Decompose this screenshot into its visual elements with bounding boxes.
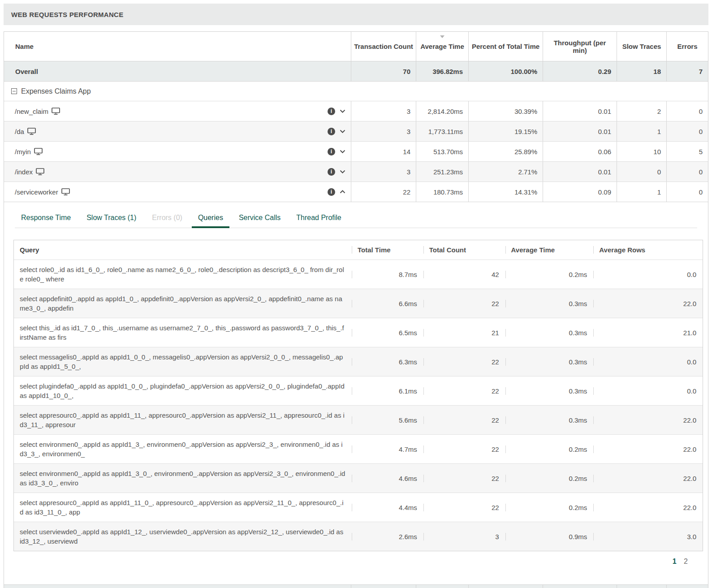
overall-summary-row: Overall 70 396.82ms 100.00% 0.29 18 7	[4, 61, 708, 81]
query-row[interactable]: select plugindefa0_.appId as appId1_0_0_…	[14, 376, 703, 405]
info-icon[interactable]: i	[328, 108, 335, 115]
tab-service-calls[interactable]: Service Calls	[233, 214, 287, 228]
cell-average-time: 251.23ms	[416, 162, 468, 182]
query-total-count: 22	[423, 475, 505, 482]
query-total-count: 22	[423, 300, 505, 307]
query-average-time: 0.3ms	[505, 416, 594, 424]
cell-transaction-count: 3	[351, 101, 416, 121]
queries-header-row: Query Total Time Total Count Average Tim…	[14, 240, 703, 259]
cell-errors: 0	[666, 101, 708, 121]
overall-slow-traces: 18	[617, 61, 666, 81]
query-total-count: 22	[423, 416, 505, 424]
cell-percent-of-total-time: 19.15%	[468, 121, 543, 141]
column-header-errors[interactable]: Errors	[666, 32, 708, 61]
cell-slow-traces: 1	[617, 182, 666, 202]
query-row[interactable]: select userviewde0_.appId as appId1_12_,…	[14, 522, 703, 551]
query-average-rows: 21.0	[593, 329, 703, 337]
cell-average-time: 2,814.20ms	[416, 101, 468, 121]
query-sql: select plugindefa0_.appId as appId1_0_0_…	[20, 381, 345, 400]
tab-queries[interactable]: Queries	[192, 214, 229, 228]
query-sql: select userviewde0_.appId as appId1_12_,…	[20, 527, 345, 546]
partial-next-row	[4, 584, 708, 588]
column-header-query: Query	[14, 246, 352, 254]
query-average-rows: 22.0	[593, 445, 703, 453]
query-average-time: 0.2ms	[505, 445, 594, 453]
app-group-row[interactable]: Expenses Claims App	[4, 81, 708, 101]
table-row[interactable]: /index i 3 251.23ms 2.71% 0.01 0 0	[4, 161, 708, 182]
query-sql: select role0_.id as id1_6_0_, role0_.nam…	[20, 265, 345, 284]
query-average-time: 0.2ms	[505, 475, 594, 482]
page-number-2[interactable]: 2	[684, 558, 688, 565]
tab-errors[interactable]: Errors (0)	[146, 214, 189, 228]
web-requests-table: Name Transaction Count Average Time Perc…	[4, 31, 708, 588]
cell-throughput: 0.01	[543, 162, 617, 182]
query-total-time: 6.3ms	[352, 358, 423, 366]
query-row[interactable]: select environmen0_.appId as appId1_3_0_…	[14, 463, 703, 493]
column-header-total-time: Total Time	[352, 246, 423, 254]
column-header-transaction-count[interactable]: Transaction Count	[351, 32, 416, 61]
query-row[interactable]: select environmen0_.appId as appId1_3_, …	[14, 434, 703, 463]
query-total-time: 4.6ms	[352, 475, 423, 482]
query-average-time: 0.3ms	[505, 329, 594, 337]
query-row[interactable]: select messagelis0_.appId as appId1_0_0_…	[14, 347, 703, 376]
endpoint-name: /myin	[15, 148, 31, 156]
chevron-up-icon[interactable]	[340, 190, 345, 194]
cell-percent-of-total-time: 25.89%	[468, 142, 543, 161]
endpoint-name: /da	[15, 128, 24, 135]
cell-slow-traces: 1	[617, 121, 666, 141]
column-header-average-time[interactable]: Average Time	[416, 32, 468, 61]
table-row[interactable]: /myin i 14 513.70ms 25.89% 0.06 10 5	[4, 141, 708, 161]
page-number-1[interactable]: 1	[673, 558, 677, 565]
info-icon[interactable]: i	[328, 188, 335, 196]
query-total-count: 22	[423, 358, 505, 366]
cell-throughput: 0.09	[543, 182, 617, 202]
query-row[interactable]: select appdefinit0_.appId as appId1_0_, …	[14, 289, 703, 318]
query-row[interactable]: select appresourc0_.appId as appId1_11_0…	[14, 493, 703, 522]
column-header-name[interactable]: Name	[4, 32, 351, 61]
chevron-down-icon[interactable]	[340, 130, 345, 133]
table-row[interactable]: /da i 3 1,773.11ms 19.15% 0.01 1 0	[4, 121, 708, 141]
query-total-count: 22	[423, 387, 505, 395]
query-total-time: 2.6ms	[352, 533, 423, 540]
endpoint-name: /serviceworker	[15, 188, 58, 196]
tab-thread-profile[interactable]: Thread Profile	[290, 214, 348, 228]
cell-errors: 5	[666, 142, 708, 161]
query-total-time: 6.1ms	[352, 387, 423, 395]
query-row[interactable]: select this_.id as id1_7_0_, this_.usern…	[14, 318, 703, 347]
query-row[interactable]: select role0_.id as id1_6_0_, role0_.nam…	[14, 259, 703, 289]
cell-slow-traces: 0	[617, 162, 666, 182]
query-average-time: 0.2ms	[505, 504, 594, 511]
tab-slow-traces[interactable]: Slow Traces (1)	[80, 214, 142, 228]
tab-response-time[interactable]: Response Time	[15, 214, 77, 228]
overall-percent-of-total-time: 100.00%	[468, 61, 543, 81]
query-sql: select this_.id as id1_7_0_, this_.usern…	[20, 323, 345, 342]
cell-average-time: 513.70ms	[416, 142, 468, 161]
cell-errors: 0	[666, 121, 708, 141]
queries-table: Query Total Time Total Count Average Tim…	[13, 240, 703, 551]
table-row[interactable]: /new_claim i 3 2,814.20ms 30.39% 0.01 2 …	[4, 101, 708, 121]
column-header-percent-of-total-time[interactable]: Percent of Total Time	[468, 32, 543, 61]
chevron-down-icon[interactable]	[340, 109, 345, 113]
chevron-down-icon[interactable]	[340, 170, 345, 173]
query-average-rows: 0.0	[593, 387, 703, 395]
cell-slow-traces: 10	[617, 142, 666, 161]
detail-tabs: Response Time Slow Traces (1) Errors (0)…	[15, 214, 697, 228]
query-row[interactable]: select appresourc0_.appId as appId1_11_,…	[14, 405, 703, 434]
query-average-time: 0.3ms	[505, 300, 594, 307]
column-header-slow-traces[interactable]: Slow Traces	[617, 32, 666, 61]
panel-title: WEB REQUESTS PERFORMANCE	[11, 11, 124, 18]
cell-percent-of-total-time: 14.31%	[468, 182, 543, 202]
query-total-count: 42	[423, 271, 505, 278]
info-icon[interactable]: i	[328, 168, 335, 176]
cell-slow-traces: 2	[617, 101, 666, 121]
query-average-time: 0.3ms	[505, 387, 594, 395]
query-average-time: 0.2ms	[505, 271, 594, 278]
collapse-minus-icon[interactable]	[11, 88, 17, 94]
table-row-expanded[interactable]: /serviceworker i 22 180.73ms 14.31% 0.09…	[4, 182, 708, 202]
query-total-time: 5.6ms	[352, 416, 423, 424]
cell-transaction-count: 3	[351, 162, 416, 182]
chevron-down-icon[interactable]	[340, 150, 345, 153]
info-icon[interactable]: i	[328, 128, 335, 135]
column-header-throughput[interactable]: Throughput (per min)	[543, 32, 617, 61]
info-icon[interactable]: i	[328, 148, 335, 156]
